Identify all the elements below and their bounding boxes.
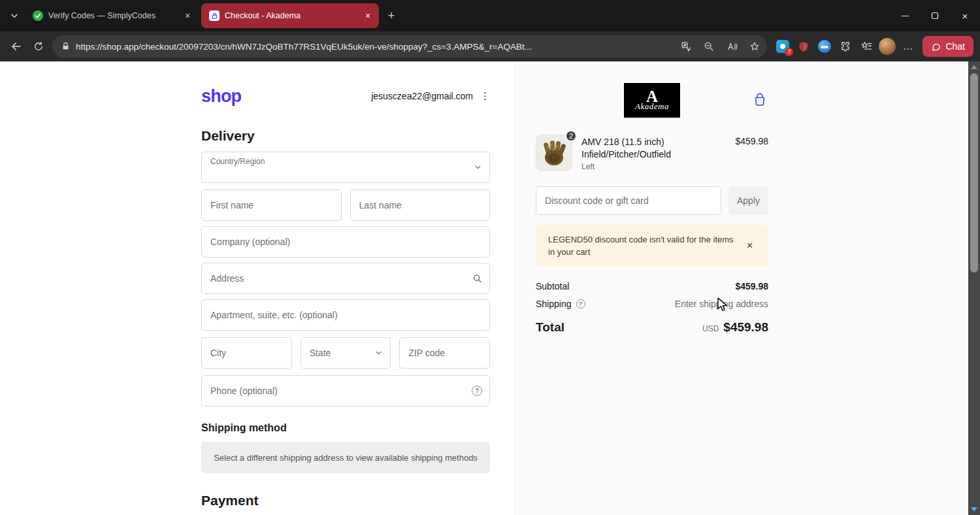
first-name-field[interactable] (201, 190, 342, 221)
settings-more-button[interactable]: … (898, 36, 919, 57)
last-name-field[interactable] (350, 190, 491, 221)
phone-help-icon[interactable]: ? (472, 386, 482, 396)
tab-close-icon[interactable]: × (362, 10, 374, 22)
favorite-star-icon[interactable] (746, 38, 763, 55)
new-tab-button[interactable]: + (382, 6, 401, 25)
discount-code-input[interactable] (536, 187, 721, 214)
product-info: AMV 218 (11.5 inch) Infield/Pitcher/Outf… (581, 135, 726, 171)
zip-field[interactable] (399, 337, 490, 369)
window-controls: × (890, 0, 980, 31)
scroll-up-arrow-icon[interactable] (971, 65, 977, 69)
account-menu-icon[interactable]: ⋮ (480, 90, 490, 102)
browser-navbar: https://shop.app/checkout/20097203/cn/hW… (0, 31, 980, 61)
shop-bag-button[interactable] (753, 91, 767, 110)
checkout-header: shop jesusczea22@gmail.com ⋮ (201, 86, 490, 106)
chevron-down-icon (474, 163, 482, 172)
delivery-heading: Delivery (201, 128, 490, 144)
product-price: $459.98 (735, 135, 768, 171)
address-bar[interactable]: https://shop.app/checkout/20097203/cn/hW… (52, 35, 767, 58)
company-input[interactable] (202, 227, 489, 257)
restore-icon (931, 12, 939, 20)
close-window-button[interactable]: × (950, 0, 980, 31)
zoom-out-icon[interactable] (700, 38, 717, 55)
chat-button[interactable]: Chat (923, 36, 973, 57)
total-value: $459.98 (723, 320, 768, 335)
back-button[interactable] (5, 36, 27, 57)
apply-discount-button[interactable]: Apply (728, 186, 768, 215)
account-email: jesusczea22@gmail.com (371, 91, 473, 101)
browser-window: Verify Codes — SimplyCodes × Checkout - … (0, 0, 980, 515)
extensions-puzzle-icon[interactable] (835, 36, 856, 57)
more-horizontal-icon: … (903, 41, 914, 52)
subtotal-value: $459.98 (735, 281, 768, 291)
favorites-bar-icon[interactable] (856, 36, 877, 57)
shop-bag-icon (753, 91, 767, 107)
refresh-button[interactable] (27, 36, 50, 57)
country-label: Country/Region (210, 157, 265, 166)
extension-badge: 7 (785, 48, 793, 56)
url-text[interactable]: https://shop.app/checkout/20097203/cn/hW… (76, 42, 672, 52)
tab-simplycodes[interactable]: Verify Codes — SimplyCodes × (25, 3, 199, 28)
tab-checkout-akadema[interactable]: Checkout - Akadema × (201, 3, 379, 28)
baseball-glove-image (539, 138, 569, 168)
last-name-input[interactable] (351, 190, 490, 220)
city-input[interactable] (202, 338, 291, 368)
cart-line-item: 2 AMV 218 (11.5 inch) Infield/Pitcher/Ou… (536, 135, 768, 171)
translate-icon[interactable] (678, 38, 694, 55)
scroll-down-arrow-icon[interactable] (971, 507, 977, 512)
scrollbar-thumb[interactable] (970, 73, 978, 273)
chat-label: Chat (945, 41, 965, 52)
city-field[interactable] (201, 337, 292, 369)
shipping-help-icon[interactable]: ? (576, 299, 585, 308)
chevron-down-icon (10, 11, 19, 20)
discount-error-text: LEGEND50 discount code isn't valid for t… (548, 233, 739, 258)
checkout-form-pane: shop jesusczea22@gmail.com ⋮ Delivery Co… (0, 61, 515, 515)
adblock-shield-icon[interactable] (793, 36, 814, 57)
phone-input[interactable] (202, 376, 489, 406)
name-row (201, 190, 490, 221)
product-variant: Left (581, 162, 726, 171)
shipping-label: Shipping (536, 299, 572, 309)
tab-title: Verify Codes — SimplyCodes (48, 11, 176, 20)
payment-heading: Payment (201, 493, 490, 508)
read-aloud-icon[interactable] (723, 38, 740, 55)
total-label: Total (536, 320, 564, 335)
tab-search-button[interactable] (4, 6, 25, 25)
apartment-input[interactable] (202, 300, 489, 330)
store-header: A Akadema (536, 83, 768, 118)
chat-bubble-icon (931, 42, 941, 52)
first-name-input[interactable] (202, 190, 341, 220)
restore-button[interactable] (920, 0, 950, 31)
order-summary-pane: A Akadema (515, 61, 968, 515)
search-icon (472, 274, 482, 284)
product-subtitle: Infield/Pitcher/Outfield (581, 148, 726, 161)
tab-close-icon[interactable]: × (182, 10, 193, 22)
page-scrollbar[interactable] (968, 61, 980, 515)
state-label: State (310, 348, 331, 358)
company-field[interactable] (201, 226, 490, 258)
city-state-zip-row: State (201, 337, 490, 369)
profile-avatar[interactable] (877, 36, 898, 57)
discount-code-field[interactable] (536, 186, 721, 215)
store-name: Akadema (635, 101, 669, 112)
totals-section: Subtotal $459.98 Shipping ? Enter shippi… (536, 281, 768, 335)
phone-field[interactable]: ? (201, 375, 490, 407)
state-select[interactable]: State (301, 337, 391, 369)
address-input[interactable] (202, 263, 489, 293)
zip-input[interactable] (400, 338, 489, 368)
shipping-method-notice: Select a different shipping address to v… (201, 442, 490, 473)
tab-title: Checkout - Akadema (225, 11, 357, 20)
back-arrow-icon (10, 41, 22, 52)
refresh-icon (33, 41, 44, 52)
blue-orb-extension-icon[interactable] (814, 36, 835, 57)
subtotal-row: Subtotal $459.98 (536, 281, 768, 291)
country-select[interactable]: Country/Region (201, 152, 490, 183)
discount-error-banner: LEGEND50 discount code isn't valid for t… (536, 225, 768, 267)
minimize-button[interactable] (890, 0, 920, 31)
address-field[interactable] (201, 263, 490, 294)
account-row: jesusczea22@gmail.com ⋮ (371, 90, 490, 102)
store-logo[interactable]: A Akadema (624, 83, 680, 118)
banner-close-icon[interactable]: × (744, 239, 755, 252)
apartment-field[interactable] (201, 299, 490, 331)
screenshot-extension-icon[interactable]: 7 (772, 36, 793, 57)
